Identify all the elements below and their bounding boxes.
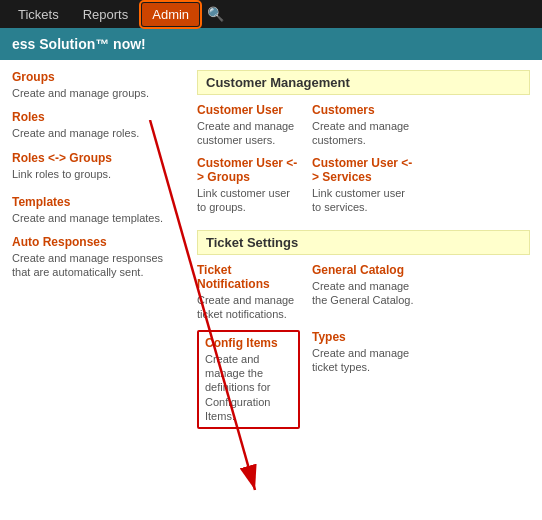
ticket-notif-desc: Create and manage ticket notifications. xyxy=(197,293,300,322)
banner: ess Solution™ now! xyxy=(0,28,542,60)
groups-desc: Create and manage groups. xyxy=(12,86,173,100)
cu-services-desc: Link customer user to services. xyxy=(312,186,415,215)
left-panel: Groups Create and manage groups. Roles C… xyxy=(0,60,185,520)
customers-link[interactable]: Customers xyxy=(312,103,415,117)
cu-services-link[interactable]: Customer User <-> Services xyxy=(312,156,415,184)
customers-desc: Create and manage customers. xyxy=(312,119,415,148)
cu-services-item: Customer User <-> Services Link customer… xyxy=(312,156,415,215)
auto-responses-desc: Create and manage responses that are aut… xyxy=(12,251,173,280)
groups-link[interactable]: Groups xyxy=(12,70,173,84)
config-items-desc: Create and manage the definitions for Co… xyxy=(205,352,292,423)
general-catalog-item: General Catalog Create and manage the Ge… xyxy=(312,263,415,322)
ticket-settings-header: Ticket Settings xyxy=(197,230,530,255)
roles-groups-link[interactable]: Roles <-> Groups xyxy=(12,151,173,165)
customer-user-desc: Create and manage customer users. xyxy=(197,119,300,148)
types-link[interactable]: Types xyxy=(312,330,415,344)
nav-admin[interactable]: Admin xyxy=(142,3,199,26)
left-groups-item: Groups Create and manage groups. xyxy=(12,70,173,100)
cu-groups-link[interactable]: Customer User <-> Groups xyxy=(197,156,300,184)
config-items-item: Config Items Create and manage the defin… xyxy=(197,330,300,429)
roles-desc: Create and manage roles. xyxy=(12,126,173,140)
templates-link[interactable]: Templates xyxy=(12,195,173,209)
config-items-link[interactable]: Config Items xyxy=(205,336,292,350)
customers-item: Customers Create and manage customers. xyxy=(312,103,415,148)
types-desc: Create and manage ticket types. xyxy=(312,346,415,375)
auto-responses-link[interactable]: Auto Responses xyxy=(12,235,173,249)
main-content: Groups Create and manage groups. Roles C… xyxy=(0,60,542,520)
customer-user-link[interactable]: Customer User xyxy=(197,103,300,117)
left-roles-groups-item: Roles <-> Groups Link roles to groups. xyxy=(12,151,173,181)
templates-desc: Create and manage templates. xyxy=(12,211,173,225)
left-auto-responses-item: Auto Responses Create and manage respons… xyxy=(12,235,173,280)
cu-groups-item: Customer User <-> Groups Link customer u… xyxy=(197,156,300,215)
top-navigation: Tickets Reports Admin 🔍 xyxy=(0,0,542,28)
ticket-notif-item: Ticket Notifications Create and manage t… xyxy=(197,263,300,322)
banner-text: ess Solution™ now! xyxy=(12,36,146,52)
right-panel: Customer Management Customer User Create… xyxy=(185,60,542,520)
general-catalog-desc: Create and manage the General Catalog. xyxy=(312,279,415,308)
search-icon[interactable]: 🔍 xyxy=(207,6,224,22)
ticket-settings-grid: Ticket Notifications Create and manage t… xyxy=(197,263,530,429)
left-templates-item: Templates Create and manage templates. xyxy=(12,195,173,225)
types-item: Types Create and manage ticket types. xyxy=(312,330,415,429)
roles-link[interactable]: Roles xyxy=(12,110,173,124)
roles-groups-desc: Link roles to groups. xyxy=(12,167,173,181)
customer-mgmt-header: Customer Management xyxy=(197,70,530,95)
left-roles-item: Roles Create and manage roles. xyxy=(12,110,173,140)
nav-tickets[interactable]: Tickets xyxy=(8,3,69,26)
customer-mgmt-grid: Customer User Create and manage customer… xyxy=(197,103,530,214)
customer-user-item: Customer User Create and manage customer… xyxy=(197,103,300,148)
ticket-notif-link[interactable]: Ticket Notifications xyxy=(197,263,300,291)
nav-reports[interactable]: Reports xyxy=(73,3,139,26)
general-catalog-link[interactable]: General Catalog xyxy=(312,263,415,277)
cu-groups-desc: Link customer user to groups. xyxy=(197,186,300,215)
